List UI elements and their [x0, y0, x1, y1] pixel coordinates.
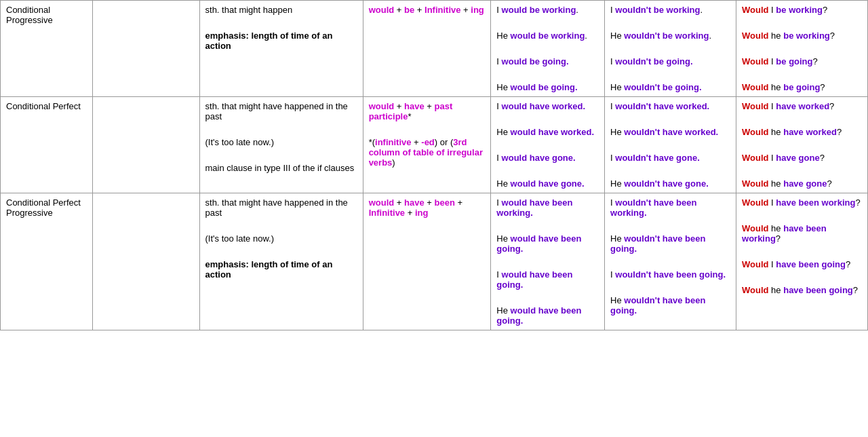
row2-description: sth. that might have happened in the pas… — [199, 97, 363, 193]
row1-negative: I wouldn't be working. He wouldn't be wo… — [605, 1, 736, 97]
row1-name: Conditional Progressive — [1, 1, 93, 97]
row2-affirmative: I would have worked. He would have worke… — [491, 97, 605, 193]
row1-extra — [93, 1, 199, 97]
row3-affirmative: I would have been working. He would have… — [491, 193, 605, 330]
row2-negative: I wouldn't have worked. He wouldn't have… — [605, 97, 736, 193]
row3-question: Would I have been working? Would he have… — [736, 193, 868, 330]
row3-negative: I wouldn't have been working. He wouldn'… — [605, 193, 736, 330]
row3-extra — [93, 193, 199, 330]
row2-question: Would I have worked? Would he have worke… — [736, 97, 868, 193]
row1-description: sth. that might happen emphasis: length … — [199, 1, 363, 97]
row1-affirmative: I would be working. He would be working.… — [491, 1, 605, 97]
row3-formula: would + have + been + Infinitive + ing — [363, 193, 491, 330]
row2-extra — [93, 97, 199, 193]
row2-name: Conditional Perfect — [1, 97, 93, 193]
row3-description: sth. that might have happened in the pas… — [199, 193, 363, 330]
row1-formula: would + be + Infinitive + ing — [363, 1, 491, 97]
row3-name: Conditional Perfect Progressive — [1, 193, 93, 330]
row1-question: Would I be working? Would he be working?… — [736, 1, 868, 97]
row2-formula: would + have + past participle* *(infini… — [363, 97, 491, 193]
